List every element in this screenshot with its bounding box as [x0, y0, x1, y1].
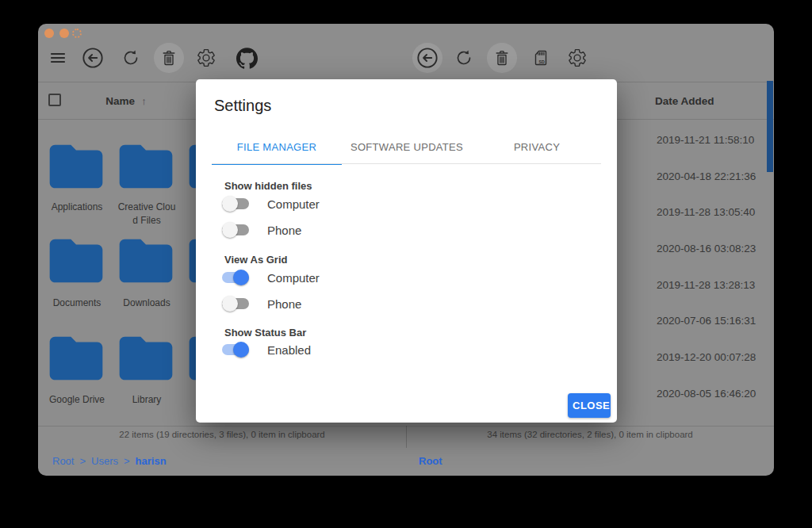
toggle-label: Computer: [267, 197, 320, 211]
folder-label[interactable]: Google Drive: [42, 393, 112, 407]
trash-icon[interactable]: [158, 47, 180, 69]
date-cell: 2020-07-06 15:16:31: [657, 303, 772, 339]
dialog-title: Settings: [214, 97, 271, 115]
status-text-left: 22 items (19 directories, 3 files), 0 it…: [38, 430, 406, 439]
tab-file-manager[interactable]: FILE MANAGER: [212, 132, 342, 163]
status-text-right: 34 items (32 directories, 2 files), 0 it…: [406, 430, 774, 439]
breadcrumb-item-root[interactable]: Root: [419, 455, 442, 467]
toggle-row-hidden-phone: Phone: [222, 222, 301, 238]
tab-divider: [212, 163, 601, 164]
folder-icon[interactable]: [48, 143, 104, 189]
tab-software-updates[interactable]: SOFTWARE UPDATES: [342, 132, 472, 163]
name-column-label: Name: [105, 95, 135, 107]
date-cell: 2019-11-21 11:58:10: [657, 122, 772, 159]
breadcrumb-separator-icon: >: [79, 455, 86, 467]
section-heading-view-as-grid: View As Grid: [224, 254, 287, 266]
date-added-list: 2019-11-21 11:58:10 2020-04-18 22:21:36 …: [657, 122, 772, 412]
folder-label[interactable]: Library: [112, 393, 182, 407]
breadcrumb-item-users[interactable]: Users: [91, 455, 118, 467]
breadcrumb: Root>Users>harisn: [52, 455, 167, 467]
folder-label[interactable]: Documents: [42, 297, 112, 310]
toggle-row-grid-phone: Phone: [222, 296, 301, 312]
toggle-label: Enabled: [267, 343, 311, 357]
refresh-icon[interactable]: [120, 47, 142, 69]
toggle-switch[interactable]: [222, 342, 249, 358]
folder-label[interactable]: Applications: [42, 201, 112, 214]
sd-card-icon[interactable]: SD: [530, 47, 552, 69]
folder-icon[interactable]: [118, 143, 174, 189]
date-cell: 2019-12-20 00:07:28: [657, 339, 772, 376]
toggle-label: Phone: [267, 224, 301, 237]
trash-icon[interactable]: [491, 47, 513, 69]
settings-dialog: Settings FILE MANAGER SOFTWARE UPDATES P…: [196, 79, 617, 423]
select-all-checkbox[interactable]: [48, 94, 61, 106]
section-heading-show-hidden-files: Show hidden files: [224, 180, 312, 192]
back-icon[interactable]: [82, 47, 104, 69]
back-icon[interactable]: [416, 47, 439, 69]
date-cell: 2019-11-28 13:05:40: [657, 194, 772, 231]
folder-label[interactable]: Downloads: [112, 297, 182, 310]
date-cell: 2020-08-16 03:08:23: [657, 231, 772, 267]
sort-ascending-icon: ↑: [141, 95, 147, 107]
tab-privacy[interactable]: PRIVACY: [472, 132, 602, 163]
toggle-label: Computer: [267, 271, 320, 285]
toggle-switch[interactable]: [222, 222, 249, 238]
folder-label[interactable]: Creative Clou d Files: [112, 201, 182, 228]
toggle-switch[interactable]: [222, 196, 249, 212]
folder-icon[interactable]: [118, 238, 174, 284]
toggle-switch[interactable]: [222, 270, 249, 285]
svg-text:SD: SD: [539, 59, 545, 64]
github-icon[interactable]: [236, 47, 258, 69]
folder-icon[interactable]: [118, 335, 174, 381]
refresh-icon[interactable]: [453, 47, 475, 69]
date-cell: 2020-04-18 22:21:36: [657, 159, 772, 195]
settings-icon[interactable]: [566, 47, 588, 69]
name-column-header[interactable]: Name↑: [82, 95, 170, 107]
folder-icon[interactable]: [48, 238, 104, 284]
settings-tabbar: FILE MANAGER SOFTWARE UPDATES PRIVACY: [212, 132, 602, 163]
window-control-icon[interactable]: [44, 29, 54, 38]
date-added-column-header[interactable]: Date Added: [655, 95, 714, 107]
breadcrumb: Root: [419, 455, 442, 467]
date-cell: 2019-11-28 13:28:13: [657, 267, 772, 304]
date-cell: 2020-08-05 16:46:20: [657, 376, 772, 412]
breadcrumb-separator-icon: >: [124, 455, 130, 467]
toggle-label: Phone: [267, 297, 301, 311]
settings-icon[interactable]: [195, 47, 217, 69]
menu-icon[interactable]: [47, 47, 69, 69]
scrollbar-thumb[interactable]: [767, 81, 773, 172]
section-heading-show-status-bar: Show Status Bar: [224, 327, 306, 339]
toggle-row-grid-computer: Computer: [222, 270, 320, 285]
close-button[interactable]: CLOSE: [568, 393, 611, 418]
toggle-switch[interactable]: [222, 296, 249, 312]
folder-icon[interactable]: [48, 335, 104, 381]
window-control-icon[interactable]: [59, 29, 69, 38]
window-control-disabled-icon: [72, 29, 82, 38]
breadcrumb-item-root[interactable]: Root: [52, 455, 74, 467]
toggle-row-status-bar-enabled: Enabled: [222, 342, 311, 358]
date-added-column-label: Date Added: [655, 95, 714, 107]
toggle-row-hidden-computer: Computer: [222, 196, 320, 212]
screen-background: SD Name↑ Date Added Applications Creativ…: [0, 0, 812, 528]
breadcrumb-item-current[interactable]: harisn: [136, 455, 167, 467]
